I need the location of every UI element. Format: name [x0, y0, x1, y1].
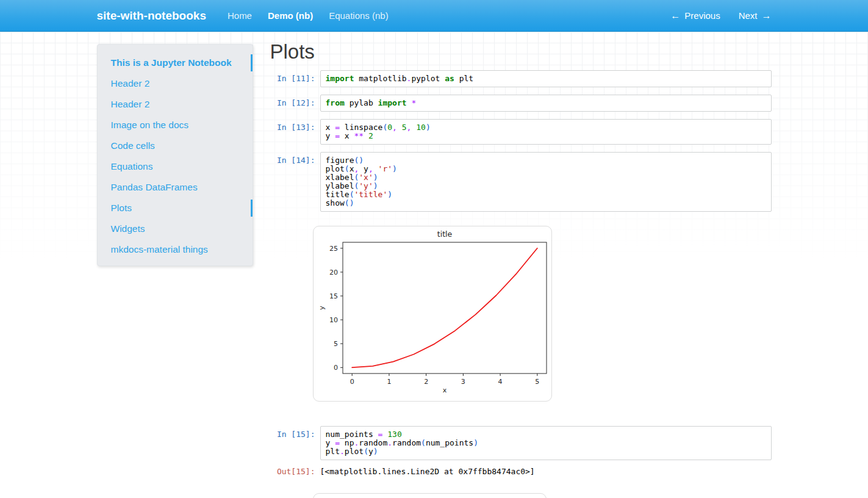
navbar-pagination: ← Previous Next → — [670, 10, 771, 21]
page-title: Plots — [270, 40, 772, 63]
code-token — [397, 123, 402, 132]
next-label: Next — [739, 10, 758, 21]
code-token — [373, 164, 378, 173]
code-cell: x = linspace(0, 5, 10)y = x ** 2 — [320, 119, 772, 145]
code-token: matplotlib — [354, 74, 406, 83]
toc-link-code-cells[interactable]: Code cells — [111, 140, 155, 151]
code-token: ) — [373, 447, 378, 456]
toc-item-this-is-a-jupyter-notebook: This is a Jupyter Notebook — [98, 52, 253, 73]
code-line: x = linspace(0, 5, 10) — [326, 123, 766, 132]
code-token: ( — [364, 447, 368, 456]
code-line: plot(x, y, 'r') — [326, 165, 766, 173]
site-brand[interactable]: site-with-notebooks — [97, 9, 206, 23]
navbar: site-with-notebooks HomeDemo (nb)Equatio… — [0, 0, 868, 32]
code-token: y — [368, 447, 373, 456]
code-token: 'r' — [378, 164, 392, 173]
x-tick-label: 5 — [535, 378, 539, 386]
toc-link-header-2[interactable]: Header 2 — [111, 99, 150, 110]
output-prompt: Out[15]: — [270, 467, 315, 476]
code-token: x — [326, 123, 335, 132]
nav-item-home[interactable]: Home — [220, 10, 260, 21]
code-token: xlabel — [326, 173, 354, 182]
y-axis-label: y — [318, 306, 326, 310]
code-token: num_points — [426, 438, 473, 447]
x-tick-label: 4 — [498, 378, 502, 386]
code-token: y — [326, 131, 335, 140]
code-token: ** — [354, 131, 364, 140]
x-axis-label: x — [442, 386, 447, 394]
code-cell-row: In [14]: figure()plot(x, y, 'r')xlabel('… — [270, 152, 772, 212]
code-token: show — [326, 198, 345, 208]
code-token: * — [411, 98, 416, 107]
input-prompt: In [12]: — [270, 95, 315, 112]
toc-item-widgets: Widgets — [98, 218, 253, 239]
code-token: random — [392, 438, 421, 447]
toc-item-equations: Equations — [98, 156, 253, 177]
code-token: ( — [421, 438, 426, 447]
code-token: from — [326, 98, 345, 107]
toc-item-pandas-dataframes: Pandas DataFrames — [98, 177, 253, 198]
page: site-with-notebooks HomeDemo (nb)Equatio… — [0, 0, 868, 498]
code-token: ) — [387, 190, 392, 199]
arrow-left-icon: ← — [670, 11, 680, 21]
code-token: . — [387, 438, 392, 447]
toc-link-widgets[interactable]: Widgets — [111, 223, 145, 234]
code-token — [364, 131, 368, 140]
code-token: as — [445, 74, 454, 83]
code-cell-row: In [11]: import matplotlib.pyplot as plt — [270, 70, 772, 87]
code-token: = — [335, 123, 340, 132]
code-token: , — [368, 164, 373, 173]
y-tick-label: 25 — [329, 245, 338, 253]
next-page-link[interactable]: Next → — [739, 10, 772, 21]
code-cell-row: In [13]: x = linspace(0, 5, 10)y = x ** … — [270, 119, 772, 145]
toc-link-plots[interactable]: Plots — [111, 203, 132, 214]
matplotlib-figure-svg: 0123450510152025titlexy — [314, 226, 551, 401]
code-token: import — [378, 98, 407, 107]
code-cell: import matplotlib.pyplot as plt — [320, 70, 772, 87]
x-tick-label: 1 — [387, 378, 391, 386]
toc-link-equations[interactable]: Equations — [111, 161, 153, 172]
toc-item-code-cells: Code cells — [98, 135, 253, 156]
y-tick-label: 0 — [334, 364, 338, 372]
code-token: 5 — [402, 123, 407, 132]
y-tick-label: 15 — [329, 292, 338, 300]
previous-page-link[interactable]: ← Previous — [670, 10, 720, 21]
code-token: figure — [326, 156, 354, 165]
output-text: [<matplotlib.lines.Line2D at 0x7ffbb8474… — [320, 467, 535, 476]
code-token: ( — [345, 164, 350, 173]
code-cell: from pylab import * — [320, 95, 772, 112]
x-tick-label: 3 — [461, 378, 465, 386]
code-token: plot — [326, 164, 345, 173]
toc-item-plots: Plots — [98, 198, 253, 218]
code-token: 2 — [368, 131, 373, 140]
code-token: x — [340, 131, 354, 140]
code-line: title('title') — [326, 190, 766, 199]
toc-link-this-is-a-jupyter-notebook[interactable]: This is a Jupyter Notebook — [111, 57, 232, 68]
code-token: plt — [326, 447, 340, 456]
code-token: ) — [426, 123, 431, 132]
code-token: 130 — [387, 430, 401, 439]
code-token: ) — [373, 173, 378, 182]
figure-card-partial — [313, 493, 547, 498]
code-token: , — [392, 123, 397, 132]
code-token: y — [359, 164, 368, 173]
code-token: num_points — [326, 430, 378, 439]
code-token: ) — [473, 438, 478, 447]
nav-item-equations-nb[interactable]: Equations (nb) — [321, 10, 396, 21]
code-cell: figure()plot(x, y, 'r')xlabel('x')ylabel… — [320, 152, 772, 212]
code-line: plt.plot(y) — [326, 447, 766, 456]
code-line: figure() — [326, 156, 766, 165]
toc-link-pandas-dataframes[interactable]: Pandas DataFrames — [111, 182, 198, 193]
toc-link-mkdocs-material-things[interactable]: mkdocs-material things — [111, 244, 208, 255]
code-cell-row: In [12]: from pylab import * — [270, 95, 772, 112]
code-token: () — [345, 198, 354, 208]
x-tick-label: 2 — [424, 378, 428, 386]
code-token: plot — [345, 447, 364, 456]
code-token: 'title' — [354, 190, 387, 199]
code-token: title — [326, 190, 350, 199]
toc-link-header-2[interactable]: Header 2 — [111, 78, 150, 89]
code-cell-row: In [15]: num_points = 130y = np.random.r… — [270, 426, 772, 460]
input-prompt: In [14]: — [270, 152, 315, 212]
toc-link-image-on-the-docs[interactable]: Image on the docs — [111, 120, 189, 131]
nav-item-demo-nb[interactable]: Demo (nb) — [260, 10, 321, 21]
